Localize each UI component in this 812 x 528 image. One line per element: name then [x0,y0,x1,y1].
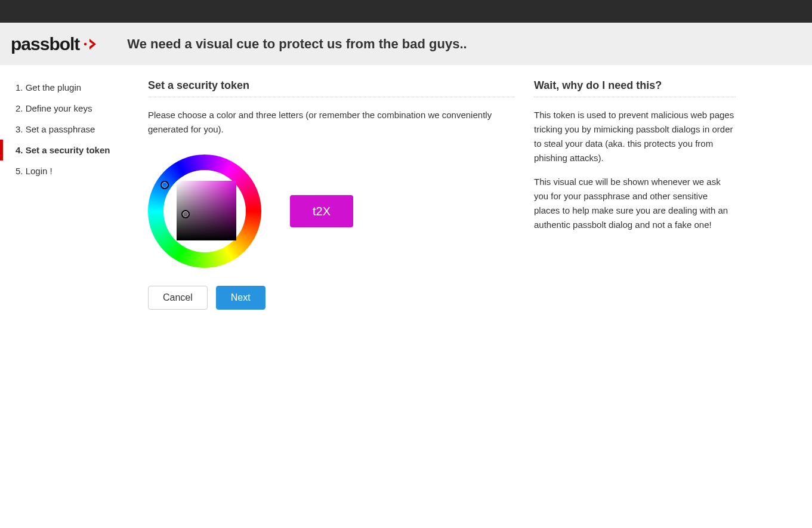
sidebar-item-get-plugin[interactable]: 1. Get the plugin [0,77,140,98]
section-title: Set a security token [148,79,515,92]
sidebar: 1. Get the plugin 2. Define your keys 3.… [0,65,140,324]
title-underline [148,97,515,97]
aside-paragraph-1: This token is used to prevent malicious … [534,108,736,165]
sidebar-item-login[interactable]: 5. Login ! [0,160,140,181]
top-bar [0,0,812,23]
picker-row: t2X [148,155,515,268]
instruction-text: Please choose a color and three letters … [148,108,515,137]
main: Set a security token Please choose a col… [140,65,812,324]
arrow-right-icon [83,36,102,52]
logo-text: passbolt [11,34,79,54]
aside-paragraph-2: This visual cue will be shown whenever w… [534,175,736,232]
svg-point-0 [84,42,87,45]
button-row: Cancel Next [148,286,515,310]
sidebar-item-set-passphrase[interactable]: 3. Set a passphrase [0,119,140,140]
token-preview[interactable]: t2X [290,195,353,227]
header: passbolt We need a visual cue to protect… [0,23,812,65]
color-picker[interactable] [148,155,261,268]
logo: passbolt [11,34,102,54]
content-area: 1. Get the plugin 2. Define your keys 3.… [0,65,812,324]
sv-marker[interactable] [181,210,190,218]
aside-title: Wait, why do I need this? [534,79,736,92]
page-title: We need a visual cue to protect us from … [127,36,467,52]
next-button[interactable]: Next [216,286,265,310]
aside: Wait, why do I need this? This token is … [534,79,736,310]
main-content: Set a security token Please choose a col… [148,79,515,310]
sidebar-item-define-keys[interactable]: 2. Define your keys [0,98,140,119]
sidebar-item-security-token[interactable]: 4. Set a security token [0,140,140,160]
hue-marker[interactable] [160,181,169,189]
cancel-button[interactable]: Cancel [148,286,208,310]
aside-underline [534,97,736,97]
